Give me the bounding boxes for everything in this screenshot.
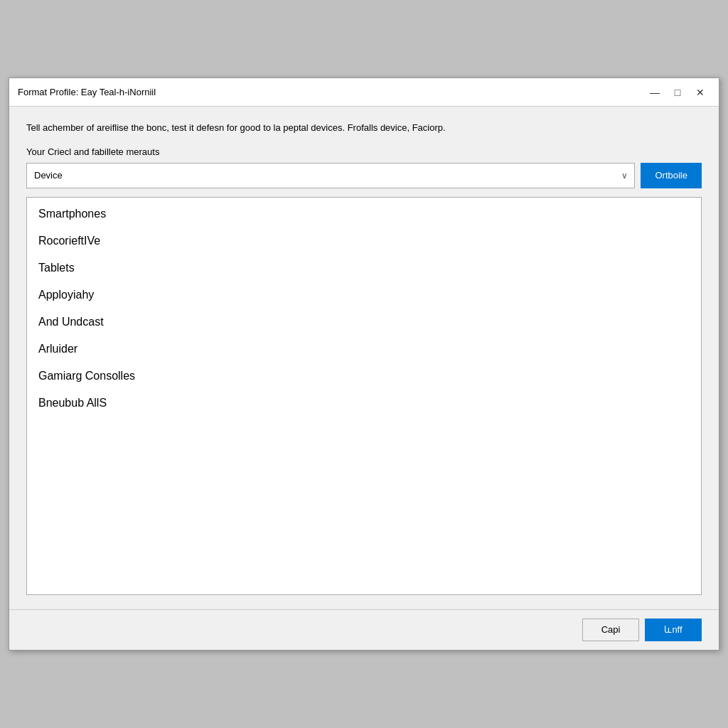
dropdown-row: Device ∨ Ortboile [26, 163, 702, 188]
list-item[interactable]: Smartphones [27, 200, 701, 228]
list-item[interactable]: Bneubub AllS [27, 390, 701, 417]
window-title: Format Profile: Eay Teal-h-iNorniil [18, 87, 156, 97]
close-button[interactable]: ✕ [690, 84, 710, 101]
description-text: Tell achember of areiflise the bonc, tes… [26, 121, 702, 135]
minimize-button[interactable]: — [645, 84, 665, 101]
cancel-button[interactable]: Capi [582, 619, 639, 641]
list-item[interactable]: RocorieftIVe [27, 228, 701, 255]
list-item[interactable]: Tablets [27, 255, 701, 282]
list-item[interactable]: Gamiarg Consolles [27, 363, 701, 390]
title-bar: Format Profile: Eay Teal-h-iNorniil — □ … [9, 78, 719, 107]
device-dropdown[interactable]: Device [26, 163, 635, 188]
window-controls: — □ ✕ [645, 84, 710, 101]
maximize-button[interactable]: □ [668, 84, 687, 101]
dropdown-label: Your Criecl and fabillete merauts [26, 146, 702, 157]
list-item[interactable]: And Undcast [27, 309, 701, 336]
window-footer: Capi ևnff [9, 609, 719, 650]
ortboile-button[interactable]: Ortboile [641, 163, 702, 188]
list-box: SmartphonesRocorieftIVeTabletsApployiahy… [26, 197, 702, 595]
list-item[interactable]: Arluider [27, 336, 701, 363]
dialog-window: Format Profile: Eay Teal-h-iNorniil — □ … [9, 77, 719, 651]
list-item[interactable]: Apployiahy [27, 282, 701, 309]
ok-button[interactable]: ևnff [645, 619, 702, 641]
dropdown-wrapper[interactable]: Device ∨ [26, 163, 635, 188]
window-content: Tell achember of areiflise the bonc, tes… [9, 107, 719, 609]
